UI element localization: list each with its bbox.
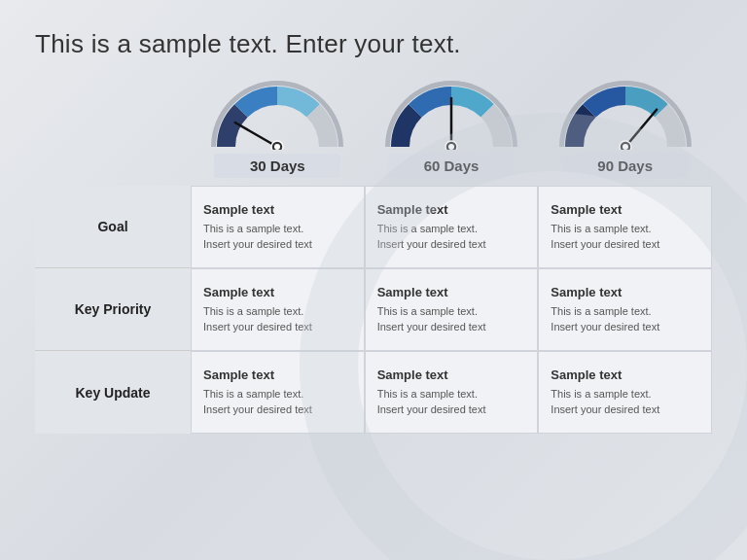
cell-r0-c1: Sample text This is a sample text.Insert… xyxy=(365,186,539,268)
cell-r2-c1: Sample text This is a sample text.Insert… xyxy=(365,351,539,434)
cell-body-r0-c2: This is a sample text.Insert your desire… xyxy=(551,221,699,253)
cell-body-r1-c1: This is a sample text.Insert your desire… xyxy=(377,303,526,335)
svg-point-8 xyxy=(622,144,628,150)
page: This is a sample text. Enter your text. … xyxy=(0,0,747,560)
row-label-0: Goal xyxy=(35,186,191,268)
cell-body-r2-c0: This is a sample text.Insert your desire… xyxy=(203,386,352,418)
gauge-60-wrap xyxy=(383,77,519,150)
cell-title-r2-c0: Sample text xyxy=(203,368,352,382)
cell-title-r0-c2: Sample text xyxy=(551,202,699,217)
cell-title-r1-c1: Sample text xyxy=(377,285,526,299)
gauge-60-label: 60 Days xyxy=(388,154,515,178)
cell-body-r1-c0: This is a sample text.Insert your desire… xyxy=(203,303,352,335)
cell-body-r0-c1: This is a sample text.Insert your desire… xyxy=(377,221,526,253)
cell-r1-c0: Sample text This is a sample text.Insert… xyxy=(191,268,365,351)
gauges-row: 30 Days 60 Days 90 Days xyxy=(35,77,712,178)
svg-line-0 xyxy=(235,122,277,147)
cell-r0-c0: Sample text This is a sample text.Insert… xyxy=(191,186,365,268)
svg-point-2 xyxy=(274,144,280,150)
cell-body-r1-c2: This is a sample text.Insert your desire… xyxy=(551,303,699,335)
row-label-2: Key Update xyxy=(35,351,191,434)
row-labels: GoalKey PriorityKey Update xyxy=(35,186,191,434)
gauge-col-0: 30 Days xyxy=(191,77,365,178)
cell-title-r0-c0: Sample text xyxy=(203,202,352,217)
gauge-30-label: 30 Days xyxy=(214,154,340,178)
cell-body-r2-c2: This is a sample text.Insert your desire… xyxy=(551,386,699,418)
cell-r2-c2: Sample text This is a sample text.Insert… xyxy=(538,351,712,434)
gauge-col-1: 60 Days xyxy=(365,77,539,178)
page-title: This is a sample text. Enter your text. xyxy=(35,29,712,59)
cell-body-r0-c0: This is a sample text.Insert your desire… xyxy=(203,221,352,253)
cell-r2-c0: Sample text This is a sample text.Insert… xyxy=(191,351,365,434)
cell-title-r2-c2: Sample text xyxy=(551,368,699,382)
gauge-90-label: 90 Days xyxy=(562,154,689,178)
svg-point-5 xyxy=(448,144,454,150)
cell-body-r2-c1: This is a sample text.Insert your desire… xyxy=(377,386,526,418)
cell-r1-c1: Sample text This is a sample text.Insert… xyxy=(365,268,539,351)
svg-line-6 xyxy=(625,110,657,147)
table: GoalKey PriorityKey Update Sample text T… xyxy=(35,186,712,434)
gauge-30-wrap xyxy=(209,77,345,150)
cell-title-r1-c0: Sample text xyxy=(203,285,352,299)
cell-r0-c2: Sample text This is a sample text.Insert… xyxy=(538,186,712,268)
gauge-90-wrap xyxy=(557,77,694,150)
cell-title-r2-c1: Sample text xyxy=(377,368,526,382)
table-grid: Sample text This is a sample text.Insert… xyxy=(191,186,712,434)
cell-title-r1-c2: Sample text xyxy=(551,285,699,299)
row-label-1: Key Priority xyxy=(35,268,191,351)
cell-title-r0-c1: Sample text xyxy=(377,202,526,217)
cell-r1-c2: Sample text This is a sample text.Insert… xyxy=(538,268,712,351)
gauge-col-2: 90 Days xyxy=(538,77,712,178)
